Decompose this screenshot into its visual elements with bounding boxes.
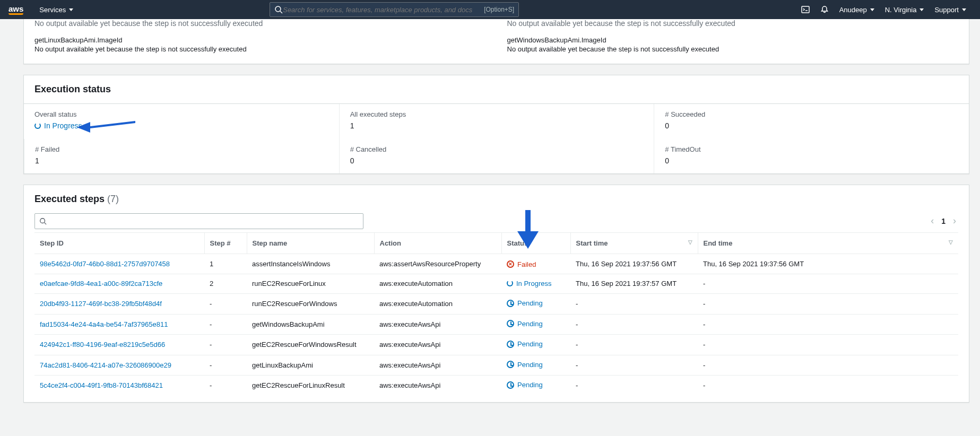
chevron-down-icon <box>962 8 966 11</box>
step-id-link[interactable]: fad15034-4e24-4a4a-be54-7af37965e811 <box>40 320 168 328</box>
services-label: Services <box>39 6 66 14</box>
overall-status-label: Overall status <box>34 110 328 118</box>
chevron-down-icon <box>69 8 73 11</box>
step-action: aws:executeAutomation <box>374 274 501 294</box>
step-name: getLinuxBackupAmi <box>247 355 374 376</box>
clock-icon <box>507 320 514 327</box>
step-status: ✕Failed <box>501 254 570 274</box>
search-icon <box>274 5 283 14</box>
clock-icon <box>507 361 514 368</box>
step-action: aws:executeAwsApi <box>374 335 501 355</box>
timedout-label: # TimedOut <box>665 145 958 153</box>
start-time: - <box>570 294 698 315</box>
col-end[interactable]: End time▽ <box>698 233 958 254</box>
table-row: 74ac2d81-8406-4214-a07e-326086900e29-get… <box>34 355 958 376</box>
top-nav: aws Services [Option+S] Anudeep N. Virgi… <box>0 0 980 19</box>
step-id-link[interactable]: 74ac2d81-8406-4214-a07e-326086900e29 <box>40 361 171 369</box>
overall-status-value: In Progress <box>34 121 82 130</box>
table-row: 424942c1-ff80-4196-9eaf-e8219c5e5d66-get… <box>34 335 958 355</box>
spinner-icon <box>34 123 41 129</box>
prev-page-button[interactable]: ‹ <box>931 215 934 226</box>
table-row: 98e5462d-0fd7-46b0-88d1-2757d97074581ass… <box>34 254 958 274</box>
error-icon: ✕ <box>507 260 514 268</box>
table-row: 5c4ce2f4-c004-49f1-9fb8-70143bf68421-get… <box>34 376 958 396</box>
outputs-panel: No output available yet because the step… <box>23 19 969 64</box>
step-name: assertInstanceIsWindows <box>247 254 374 274</box>
steps-search[interactable] <box>34 213 363 229</box>
output-msg: No output available yet because the step… <box>507 45 959 53</box>
support-label: Support <box>934 6 959 14</box>
step-action: aws:executeAutomation <box>374 294 501 315</box>
end-time: Thu, 16 Sep 2021 19:37:56 GMT <box>698 254 958 274</box>
support-menu[interactable]: Support <box>929 0 972 19</box>
cancelled-cell: # Cancelled 0 <box>339 139 654 173</box>
executed-steps-label: All executed steps <box>350 110 644 118</box>
end-time: - <box>698 335 958 355</box>
end-time: - <box>698 376 958 396</box>
executed-steps-value: 1 <box>350 121 644 130</box>
topnav-right: Anudeep N. Virginia Support <box>796 0 972 19</box>
notifications-button[interactable] <box>815 0 834 19</box>
col-step-id[interactable]: Step ID <box>34 233 204 254</box>
step-number: 1 <box>204 254 247 274</box>
step-status: Pending <box>501 335 570 355</box>
cloudshell-button[interactable] <box>796 0 815 19</box>
chevron-down-icon <box>870 8 874 11</box>
services-menu[interactable]: Services <box>34 0 79 19</box>
col-action[interactable]: Action <box>374 233 501 254</box>
global-search: [Option+S] <box>270 2 519 17</box>
search-input[interactable] <box>283 6 484 14</box>
start-time: - <box>570 335 698 355</box>
status-text: Pending <box>517 381 543 389</box>
output-msg: No output available yet because the step… <box>34 45 486 53</box>
col-step-num[interactable]: Step # <box>204 233 247 254</box>
status-text: In Progress <box>516 280 551 287</box>
col-start[interactable]: Start time▽ <box>570 233 698 254</box>
step-id-link[interactable]: 5c4ce2f4-c004-49f1-9fb8-70143bf68421 <box>40 381 163 389</box>
output-title: getWindowsBackupAmi.ImageId <box>507 36 959 44</box>
end-time: - <box>698 314 958 335</box>
search-box[interactable]: [Option+S] <box>270 2 519 17</box>
failed-label: # Failed <box>35 145 328 153</box>
overall-status-text: In Progress <box>44 121 82 130</box>
execution-status-panel: Execution status Overall status In Progr… <box>23 75 969 174</box>
output-title: getLinuxBackupAmi.ImageId <box>34 36 486 44</box>
col-step-name[interactable]: Step name <box>247 233 374 254</box>
svg-line-4 <box>45 223 47 225</box>
step-name: getEC2RescueForWindowsResult <box>247 335 374 355</box>
steps-search-input[interactable] <box>47 217 359 225</box>
end-time: - <box>698 274 958 294</box>
svg-point-3 <box>40 219 45 223</box>
start-time: - <box>570 314 698 335</box>
clock-icon <box>507 300 514 307</box>
next-page-button[interactable]: › <box>953 215 956 226</box>
step-action: aws:executeAwsApi <box>374 376 501 396</box>
terminal-icon <box>801 5 810 14</box>
cancelled-label: # Cancelled <box>350 145 644 153</box>
main-content: No output available yet because the step… <box>0 19 980 413</box>
step-action: aws:executeAwsApi <box>374 355 501 376</box>
step-id-link[interactable]: e0aefcae-9fd8-4ea1-a00c-89f2ca713cfe <box>40 280 162 287</box>
col-status[interactable]: Status <box>501 233 570 254</box>
step-name: getWindowsBackupAmi <box>247 314 374 335</box>
end-time: - <box>698 355 958 376</box>
table-row: fad15034-4e24-4a4a-be54-7af37965e811-get… <box>34 314 958 335</box>
table-row: 20db4f93-1127-469f-bc38-29fb5bf48d4f-run… <box>34 294 958 315</box>
step-id-link[interactable]: 20db4f93-1127-469f-bc38-29fb5bf48d4f <box>40 300 162 308</box>
cancelled-value: 0 <box>350 156 644 165</box>
region-menu[interactable]: N. Virginia <box>880 0 930 19</box>
output-msg-cut: No output available yet because the step… <box>507 19 959 31</box>
aws-logo[interactable]: aws <box>8 5 23 15</box>
step-status: Pending <box>501 294 570 315</box>
steps-table: Step ID Step # Step name Action Status S… <box>34 232 958 396</box>
step-status: Pending <box>501 376 570 396</box>
start-time: - <box>570 355 698 376</box>
step-number: - <box>204 355 247 376</box>
account-menu[interactable]: Anudeep <box>834 0 880 19</box>
search-shortcut: [Option+S] <box>484 6 514 13</box>
step-id-link[interactable]: 424942c1-ff80-4196-9eaf-e8219c5e5d66 <box>40 341 165 348</box>
timedout-cell: # TimedOut 0 <box>654 139 969 173</box>
table-row: e0aefcae-9fd8-4ea1-a00c-89f2ca713cfe2run… <box>34 274 958 294</box>
step-id-link[interactable]: 98e5462d-0fd7-46b0-88d1-2757d9707458 <box>40 260 170 268</box>
step-number: - <box>204 335 247 355</box>
